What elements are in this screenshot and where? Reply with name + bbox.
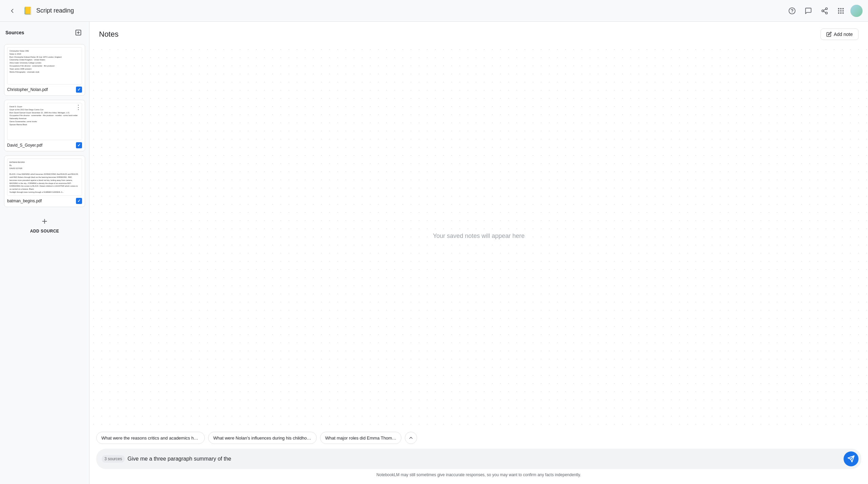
source-checkbox-3[interactable] <box>76 198 82 204</box>
notebook-icon: 📒 <box>23 6 32 15</box>
source-name-3: batman_begins.pdf <box>7 199 42 203</box>
suggestions-row: What were the reasons critics and academ… <box>96 432 861 444</box>
source-card-batman-begins[interactable]: BATMAN BEGINS By DAVID GOYER BLACK. A lo… <box>4 155 85 207</box>
sidebar: Sources Christopher Nolan CBE Nolan in 2… <box>0 22 90 484</box>
source-preview-2: David S. Goyer Goyer at the 2013 San Die… <box>7 103 82 140</box>
chat-bottom: What were the reasons critics and academ… <box>90 426 868 484</box>
disclaimer-text: NotebookLM may still sometimes give inac… <box>96 472 861 477</box>
svg-line-6 <box>824 9 826 10</box>
sources-title: Sources <box>5 30 24 35</box>
add-source-header-button[interactable] <box>73 27 84 38</box>
topbar: 📒 Script reading <box>0 0 868 22</box>
svg-rect-13 <box>838 12 840 14</box>
source-preview-text-3: BATMAN BEGINS By DAVID GOYER BLACK. A lo… <box>9 161 80 194</box>
chat-button[interactable] <box>802 4 815 18</box>
source-footer-3: batman_begins.pdf <box>7 198 82 204</box>
empty-notes-message: Your saved notes will appear here <box>433 232 525 240</box>
sidebar-header: Sources <box>0 27 89 38</box>
svg-rect-14 <box>840 12 842 14</box>
svg-rect-11 <box>840 10 842 12</box>
source-card-david-goyer[interactable]: ⋮ David S. Goyer Goyer at the 2013 San D… <box>4 100 85 151</box>
topbar-left: 📒 Script reading <box>5 4 783 18</box>
chat-input-row: 3 sources <box>96 449 861 469</box>
avatar[interactable] <box>850 5 863 17</box>
source-checkbox-2[interactable] <box>76 142 82 148</box>
share-button[interactable] <box>818 4 831 18</box>
notes-area: Notes Add note Your saved notes will app… <box>90 22 868 484</box>
source-preview-3: BATMAN BEGINS By DAVID GOYER BLACK. A lo… <box>7 159 82 196</box>
svg-rect-8 <box>840 8 842 9</box>
back-button[interactable] <box>5 4 19 18</box>
svg-rect-9 <box>843 8 844 9</box>
svg-rect-10 <box>838 10 840 12</box>
source-name-1: Christopher_Nolan.pdf <box>7 87 48 92</box>
topbar-right <box>785 4 863 18</box>
source-footer-2: David_S_Goyer.pdf <box>7 142 82 148</box>
add-note-button[interactable]: Add note <box>821 29 859 40</box>
suggestion-chip-3[interactable]: What major roles did Emma Thom… <box>320 432 401 444</box>
notes-content: Your saved notes will appear here <box>90 45 868 426</box>
notes-header: Notes Add note <box>90 22 868 45</box>
svg-line-5 <box>824 11 826 13</box>
source-menu-button-2[interactable]: ⋮ <box>75 103 82 112</box>
main-layout: Sources Christopher Nolan CBE Nolan in 2… <box>0 22 868 484</box>
suggestion-chip-2[interactable]: What were Nolan's influences during his … <box>208 432 317 444</box>
app-title: Script reading <box>36 7 74 14</box>
add-source-plus-icon: + <box>42 216 47 227</box>
add-source-label: ADD SOURCE <box>30 229 59 234</box>
sources-badge: 3 sources <box>102 455 125 463</box>
add-note-label: Add note <box>834 32 853 37</box>
svg-rect-7 <box>838 8 840 9</box>
svg-rect-12 <box>843 10 844 12</box>
source-card-christopher-nolan[interactable]: Christopher Nolan CBE Nolan in 2018 Born… <box>4 44 85 96</box>
source-preview-1: Christopher Nolan CBE Nolan in 2018 Born… <box>7 47 82 85</box>
apps-button[interactable] <box>834 4 848 18</box>
send-button[interactable] <box>844 451 859 466</box>
svg-rect-15 <box>843 12 844 14</box>
collapse-suggestions-button[interactable] <box>405 432 417 444</box>
source-preview-text-2: David S. Goyer Goyer at the 2013 San Die… <box>9 105 80 126</box>
source-preview-text-1: Christopher Nolan CBE Nolan in 2018 Born… <box>9 50 80 73</box>
source-footer-1: Christopher_Nolan.pdf <box>7 87 82 93</box>
help-button[interactable] <box>785 4 799 18</box>
add-source-button[interactable]: + ADD SOURCE <box>4 211 85 238</box>
suggestion-chip-1[interactable]: What were the reasons critics and academ… <box>96 432 205 444</box>
notes-title: Notes <box>99 30 118 39</box>
source-name-2: David_S_Goyer.pdf <box>7 143 42 148</box>
chat-input[interactable] <box>127 456 841 462</box>
source-checkbox-1[interactable] <box>76 87 82 93</box>
